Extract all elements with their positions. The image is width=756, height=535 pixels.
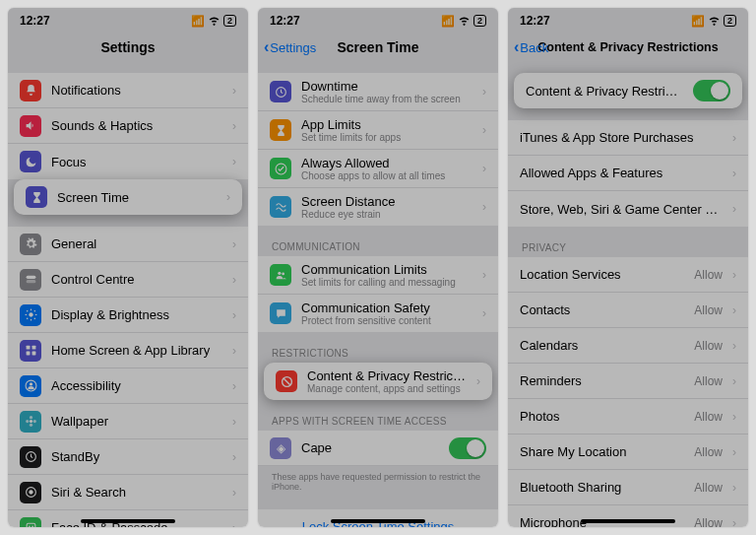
row-downtime[interactable]: DowntimeSchedule time away from the scre… [258, 73, 498, 111]
status-icons: 📶 2 [691, 14, 736, 29]
navbar: ‹Back Content & Privacy Restrictions [508, 33, 748, 61]
row-item-7[interactable]: MicrophoneAllow› [508, 505, 748, 527]
row-standby[interactable]: StandBy› [8, 439, 248, 475]
row-label: Calendars [520, 338, 684, 353]
row-siri[interactable]: Siri & Search› [8, 475, 248, 510]
row-item-1[interactable]: Allowed Apps & Features› [508, 156, 748, 191]
row-alwaysallowed[interactable]: Always AllowedChoose apps to allow at al… [258, 150, 498, 188]
row-label: Contacts [520, 302, 684, 317]
back-label: Back [520, 40, 548, 55]
footer-note: These apps have requested permission to … [258, 466, 498, 498]
row-item-6[interactable]: Bluetooth SharingAllow› [508, 470, 748, 505]
row-label: iTunes & App Store Purchases [520, 130, 723, 145]
chevron-right-icon: › [732, 131, 736, 145]
status-icons: 📶 2 [441, 14, 486, 29]
row-general[interactable]: General› [8, 227, 248, 262]
status-time: 12:27 [270, 14, 300, 28]
battery-icon: 2 [473, 15, 486, 27]
row-app-cape[interactable]: ◈ Cape [258, 431, 498, 466]
svg-line-9 [27, 318, 28, 319]
row-display[interactable]: Display & Brightness› [8, 298, 248, 333]
chevron-right-icon: › [732, 445, 736, 459]
moon-icon [20, 151, 41, 172]
row-label: Focus [51, 155, 222, 169]
row-label: Allowed Apps & Features [520, 166, 723, 180]
row-item-2[interactable]: CalendarsAllow› [508, 328, 748, 364]
svg-point-24 [29, 490, 32, 494]
row-screen-time[interactable]: Screen Time › [14, 179, 242, 215]
home-indicator[interactable] [81, 519, 175, 523]
row-commlimits[interactable]: Communication LimitsSet limits for calli… [258, 256, 498, 295]
row-subtitle: Set time limits for apps [301, 132, 472, 143]
row-commsafety[interactable]: Communication SafetyProtect from sensiti… [258, 295, 498, 332]
status-time: 12:27 [520, 14, 550, 28]
row-trailing-text: Allow [694, 481, 723, 495]
chevron-right-icon: › [232, 119, 236, 133]
row-item-1[interactable]: ContactsAllow› [508, 293, 748, 328]
row-label: Communication Safety [301, 301, 472, 315]
row-item-2[interactable]: Store, Web, Siri & Game Center Content› [508, 191, 748, 227]
home-indicator[interactable] [581, 519, 675, 523]
row-item-0[interactable]: iTunes & App Store Purchases› [508, 120, 748, 156]
chevron-right-icon: › [482, 200, 486, 214]
lock-screen-time-link[interactable]: Lock Screen Time Settings [258, 509, 498, 527]
clock-icon [20, 446, 41, 468]
nosign-icon [276, 370, 297, 392]
row-homescreen[interactable]: Home Screen & App Library› [8, 333, 248, 368]
navbar: ‹Settings Screen Time [258, 33, 498, 61]
svg-rect-12 [32, 346, 35, 350]
status-icons: 📶 2 [191, 14, 236, 29]
bubble-icon [270, 302, 291, 324]
row-item-4[interactable]: PhotosAllow› [508, 399, 748, 435]
clock-icon [270, 81, 291, 102]
back-button[interactable]: ‹Settings [264, 38, 316, 56]
svg-rect-13 [26, 352, 30, 356]
row-label: App Limits [301, 117, 472, 132]
row-label: Share My Location [520, 444, 684, 459]
svg-point-18 [29, 416, 32, 419]
row-sounds[interactable]: Sounds & Haptics› [8, 108, 248, 144]
switch-icon [20, 269, 41, 291]
chevron-right-icon: › [232, 521, 236, 528]
chevron-right-icon: › [476, 374, 480, 388]
chevron-right-icon: › [232, 155, 236, 168]
row-label: Bluetooth Sharing [520, 480, 684, 495]
svg-line-8 [33, 318, 34, 319]
back-button[interactable]: ‹Back [514, 38, 548, 56]
row-label: Screen Distance [301, 194, 472, 209]
wifi-icon [708, 14, 721, 29]
toggle-cape[interactable] [449, 437, 486, 459]
chevron-right-icon: › [732, 410, 736, 424]
flower-icon [20, 411, 41, 433]
row-focus[interactable]: Focus› [8, 144, 248, 179]
row-item-3[interactable]: RemindersAllow› [508, 364, 748, 399]
chevron-right-icon: › [732, 516, 736, 528]
chevron-right-icon: › [732, 303, 736, 317]
section-header-apps-access: APPS WITH SCREEN TIME ACCESS [258, 412, 498, 431]
chevron-right-icon: › [232, 415, 236, 429]
row-notifications[interactable]: Notifications› [8, 73, 248, 108]
row-label: Siri & Search [51, 485, 222, 500]
row-wallpaper[interactable]: Wallpaper› [8, 404, 248, 439]
row-item-0[interactable]: Location ServicesAllow› [508, 257, 748, 293]
row-item-5[interactable]: Share My LocationAllow› [508, 435, 748, 470]
row-content-privacy-restrictions[interactable]: Content & Privacy Restrictions Manage co… [264, 363, 492, 400]
svg-point-26 [29, 526, 31, 527]
chevron-right-icon: › [482, 306, 486, 320]
section-header-restrictions: RESTRICTIONS [258, 344, 498, 363]
row-accessibility[interactable]: Accessibility› [8, 368, 248, 404]
row-applimits[interactable]: App LimitsSet time limits for apps› [258, 111, 498, 150]
chevron-right-icon: › [232, 84, 236, 98]
chevron-right-icon: › [732, 481, 736, 495]
toggle-cpr[interactable] [693, 80, 730, 101]
row-cpr-toggle[interactable]: Content & Privacy Restrictions [514, 73, 742, 108]
section-header-communication: COMMUNICATION [258, 237, 498, 256]
row-trailing-text: Allow [694, 339, 723, 353]
row-label: Reminders [520, 373, 684, 388]
row-screendistance[interactable]: Screen DistanceReduce eye strain› [258, 188, 498, 226]
chevron-right-icon: › [232, 379, 236, 393]
home-indicator[interactable] [331, 519, 425, 523]
hourglass-icon [26, 186, 47, 208]
row-controlcentre[interactable]: Control Centre› [8, 262, 248, 298]
chevron-right-icon: › [232, 237, 236, 251]
